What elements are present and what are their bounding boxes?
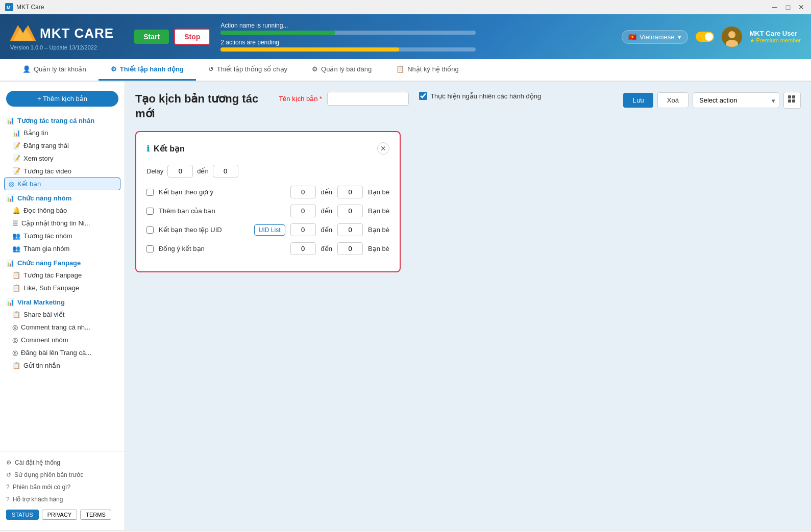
dong-y-ket-ban-to[interactable] (337, 242, 363, 255)
sidebar-item-dang-bai-trang[interactable]: ◎ Đăng bài lên Trang cà... (0, 346, 125, 359)
sidebar: + Thêm kịch bản 📊 Tương tác trang cá nhâ… (0, 82, 125, 530)
dong-y-ket-ban-checkbox[interactable] (146, 245, 154, 252)
dialog-title: ℹ Kết bạn (146, 144, 185, 154)
random-checkbox[interactable] (419, 92, 427, 100)
tab-account-icon: 👤 (22, 65, 31, 73)
ket-ban-goi-y-checkbox[interactable] (146, 189, 154, 196)
ho-tro-label: Hỗ trợ khách hàng (13, 496, 63, 503)
sidebar-item-ket-ban[interactable]: ◎ Kết bạn (4, 178, 120, 190)
xem-story-label: Xem story (23, 155, 54, 162)
tab-actions-icon: ⚙ (111, 65, 117, 73)
toggle-switch[interactable] (696, 32, 714, 42)
header-actions: Start Stop (134, 29, 210, 45)
sidebar-item-comment-ca-nhan[interactable]: ◎ Comment trang cá nh... (0, 321, 125, 334)
action-progress: Action name is running... (220, 22, 476, 35)
maximize-button[interactable]: □ (783, 3, 793, 12)
sidebar-item-comment-nhom[interactable]: ◎ Comment nhóm (0, 334, 125, 346)
ket-ban-tep-uid-checkbox[interactable] (146, 226, 154, 234)
footer-ho-tro[interactable]: ? Hỗ trợ khách hàng (6, 493, 118, 505)
dialog-header: ℹ Kết bạn ✕ (146, 142, 389, 155)
bang-tin-icon: 📊 (12, 129, 20, 137)
sidebar-item-tuong-tac-video[interactable]: 📝 Tương tác video (0, 165, 125, 178)
footer-phien-ban-moi[interactable]: ? Phiên bản mới có gì? (6, 481, 118, 493)
dialog-close-button[interactable]: ✕ (377, 142, 389, 155)
gui-tin-nhan-label: Gửi tin nhắn (23, 362, 60, 369)
dang-bai-trang-label: Đăng bài lên Trang cà... (21, 349, 91, 357)
section-viral: 📊 Viral Marketing (0, 294, 125, 308)
dang-trang-thai-label: Đăng trang thái (23, 142, 69, 149)
sidebar-item-bang-tin[interactable]: 📊 Bảng tin (0, 126, 125, 139)
su-dung-icon: ↺ (6, 471, 11, 478)
logo-text: MKT CARE (40, 26, 114, 41)
tuong-tac-nhom-label: Tương tác nhóm (23, 232, 72, 240)
dong-y-ket-ban-from[interactable] (290, 242, 316, 255)
delay-row: Delay đến (146, 165, 389, 178)
ket-ban-goi-y-from[interactable] (290, 186, 316, 198)
them-ban-cua-ban-checkbox[interactable] (146, 208, 154, 215)
them-ban-cua-ban-to[interactable] (337, 205, 363, 217)
footer-su-dung-phien-ban[interactable]: ↺ Sử dụng phiên bản trước (6, 469, 118, 481)
language-selector[interactable]: 🇻🇳 Vietnamese ▾ (622, 30, 687, 44)
ket-ban-goi-y-to[interactable] (337, 186, 363, 198)
uid-list-button[interactable]: UID List (254, 224, 285, 236)
page-title-line1: Tạo kịch bản tương tác (135, 92, 258, 107)
tab-account[interactable]: 👤 Quản lý tài khoản (10, 59, 99, 81)
tab-system-log[interactable]: 📋 Nhật ký hệ thống (384, 59, 471, 81)
ket-ban-icon: ◎ (9, 180, 14, 188)
cai-dat-label: Cài đặt hệ thống (15, 459, 60, 466)
sidebar-item-dang-trang-thai[interactable]: 📝 Đăng trang thái (0, 139, 125, 152)
minimize-button[interactable]: ─ (770, 3, 779, 12)
sidebar-item-gui-tin-nhan[interactable]: 📋 Gửi tin nhắn (0, 359, 125, 372)
select-action-dropdown[interactable]: Select action (693, 92, 779, 108)
svg-rect-9 (788, 99, 791, 103)
them-ban-cua-ban-from[interactable] (290, 205, 316, 217)
ket-ban-tep-uid-from[interactable] (290, 223, 316, 236)
like-sub-fanpage-label: Like, Sub Fanpage (23, 284, 79, 292)
sidebar-item-tuong-tac-fanpage[interactable]: 📋 Tương tác Fanpage (0, 269, 125, 282)
logo-version: Version 1.0.0 – Update 13/12/2022 (10, 44, 114, 50)
section-fanpage: 📊 Chức năng Fanpage (0, 255, 125, 269)
avatar (722, 27, 742, 47)
toggle-control[interactable] (696, 32, 714, 42)
grid-view-button[interactable] (783, 92, 801, 109)
save-button[interactable]: Lưu (623, 93, 653, 108)
tab-actions[interactable]: ⚙ Thiết lập hành động (99, 59, 196, 81)
required-marker: * (320, 95, 322, 103)
sidebar-item-tham-gia-nhom[interactable]: 👥 Tham gia nhóm (0, 242, 125, 255)
tab-system-log-icon: 📋 (396, 65, 404, 73)
sidebar-item-cap-nhat[interactable]: ☰ Cập nhật thông tin Ni... (0, 217, 125, 230)
tab-run-settings[interactable]: ↺ Thiết lập thống số chạy (196, 59, 300, 81)
ho-tro-icon: ? (6, 496, 10, 503)
privacy-button[interactable]: PRIVACY (42, 510, 77, 520)
sidebar-item-doc-thong-bao[interactable]: 🔔 Đọc thông báo (0, 204, 125, 217)
lang-label: Vietnamese (640, 33, 674, 41)
start-button[interactable]: Start (134, 30, 169, 44)
scenario-name-row: Tên kịch bản * (279, 92, 409, 106)
ket-ban-tep-uid-to[interactable] (337, 223, 363, 236)
close-button[interactable]: ✕ (797, 3, 806, 12)
delay-from-input[interactable] (167, 165, 193, 178)
delete-button[interactable]: Xoá (657, 92, 689, 108)
sidebar-item-like-sub-fanpage[interactable]: 📋 Like, Sub Fanpage (0, 282, 125, 294)
tuong-tac-nhom-icon: 👥 (12, 232, 20, 240)
status-button[interactable]: STATUS (6, 510, 39, 520)
terms-button[interactable]: TERMS (80, 510, 111, 520)
section-chuc-nang-nhom: 📊 Chức năng nhóm (0, 190, 125, 204)
ket-ban-label: Kết bạn (17, 180, 41, 188)
tab-posts[interactable]: ⚙ Quản lý bài đăng (300, 59, 384, 81)
cap-nhat-label: Cập nhật thông tin Ni... (21, 219, 90, 227)
option-them-ban-cua-ban: Thêm bạn của bạn đến Bạn bè (146, 205, 389, 217)
sidebar-item-share-bai-viet[interactable]: 📋 Share bài viết (0, 308, 125, 321)
ket-ban-tep-uid-label: Kết bạn theo tệp UID (159, 226, 249, 234)
add-scenario-button[interactable]: + Thêm kịch bản (6, 91, 118, 107)
sidebar-item-tuong-tac-nhom[interactable]: 👥 Tương tác nhóm (0, 230, 125, 242)
sidebar-item-xem-story[interactable]: 📝 Xem story (0, 152, 125, 165)
stop-button[interactable]: Stop (174, 29, 210, 45)
footer-cai-dat[interactable]: ⚙ Cài đặt hệ thống (6, 457, 118, 469)
section-viral-label: Viral Marketing (17, 298, 65, 306)
scenario-name-label: Tên kịch bản * (279, 95, 322, 103)
delay-to-input[interactable] (213, 165, 238, 178)
scenario-name-input[interactable] (327, 92, 409, 106)
footer-buttons: STATUS PRIVACY TERMS (6, 510, 118, 520)
xem-story-icon: 📝 (12, 155, 20, 162)
